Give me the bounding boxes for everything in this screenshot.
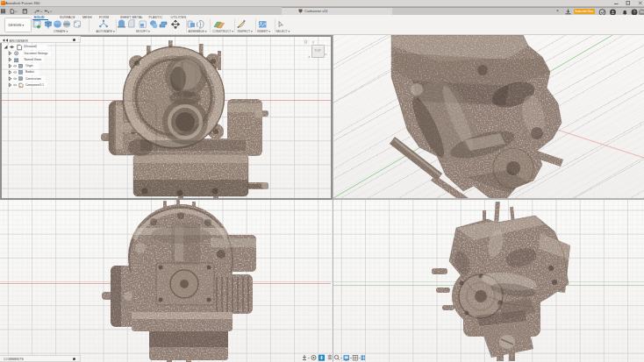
svg-text:NN: NN xyxy=(640,11,644,14)
svg-text:?: ? xyxy=(633,10,636,14)
